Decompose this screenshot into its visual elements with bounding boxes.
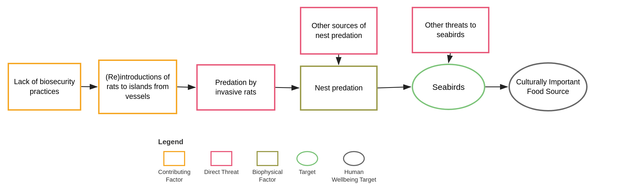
node-lack-biosecurity: Lack of biosecurity practices (8, 63, 81, 111)
node-reintroductions: (Re)introductions of rats to islands fro… (98, 60, 177, 114)
legend-biophysical-label: BiophysicalFactor (252, 168, 282, 184)
legend-contributing-rect (163, 151, 185, 166)
legend-direct-threat-label: Direct Threat (204, 168, 239, 176)
node-predation-invasive: Predation by invasive rats (196, 64, 275, 111)
legend-biophysical-shape (257, 151, 278, 166)
node-culturally-important: Culturally Important Food Source (508, 62, 588, 111)
node-seabirds: Seabirds (412, 64, 485, 110)
node-nest-predation: Nest predation (300, 66, 378, 111)
legend-direct-threat-rect (210, 151, 232, 166)
legend-target-shape (296, 151, 318, 166)
legend-contributing-label: ContributingFactor (158, 168, 191, 184)
legend-human-wellbeing: HumanWellbeing Target (332, 151, 376, 184)
legend-human-wellbeing-label: HumanWellbeing Target (332, 168, 376, 184)
legend-biophysical: BiophysicalFactor (252, 151, 282, 184)
legend-contributing: ContributingFactor (158, 151, 191, 184)
legend-area: Legend ContributingFactor Direct Threat (158, 138, 376, 184)
svg-line-2 (177, 87, 195, 87)
svg-line-6 (449, 53, 450, 63)
node-other-nest-predation: Other sources of nest predation (300, 7, 378, 55)
legend-target: Target (296, 151, 318, 176)
legend-items: ContributingFactor Direct Threat Biophys… (158, 151, 376, 184)
legend-biophysical-rect (257, 151, 278, 166)
svg-line-5 (378, 87, 411, 88)
legend-human-wellbeing-ellipse (343, 151, 365, 166)
legend-contributing-shape (163, 151, 185, 166)
legend-human-wellbeing-shape (343, 151, 365, 166)
svg-line-3 (275, 87, 299, 88)
svg-line-1 (81, 87, 97, 87)
diagram-container: Lack of biosecurity practices (Re)introd… (0, 0, 644, 192)
legend-target-label: Target (299, 168, 315, 176)
legend-direct-threat-shape (210, 151, 232, 166)
legend-direct-threat: Direct Threat (204, 151, 239, 176)
legend-target-ellipse (296, 151, 318, 166)
legend-title: Legend (158, 138, 376, 146)
node-other-threats: Other threats to seabirds (412, 7, 489, 53)
